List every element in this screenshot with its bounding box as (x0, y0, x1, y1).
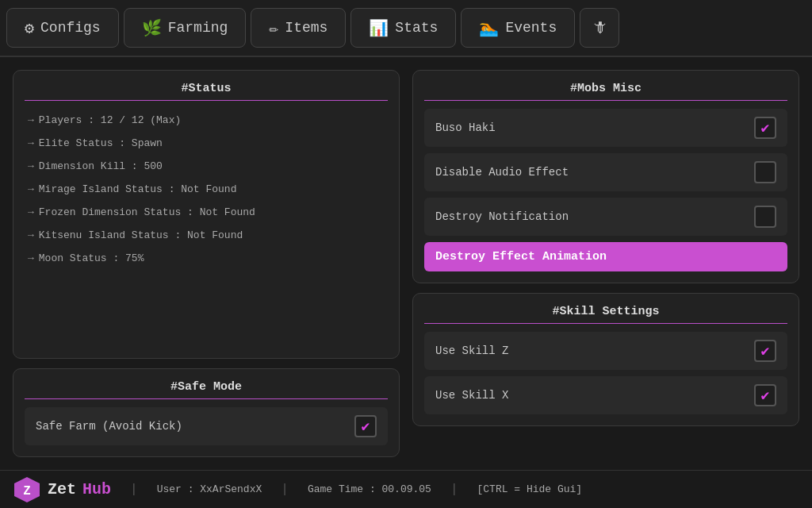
footer: Z Zet Hub | User : XxArSendxX | Game Tim… (0, 470, 812, 508)
safe-farm-label: Safe Farm (Avoid Kick) (36, 420, 182, 433)
status-arrow-3: → (28, 183, 34, 195)
skill-label-0: Use Skill Z (435, 344, 508, 357)
farming-icon: 🌿 (142, 18, 162, 38)
footer-sep2: | (281, 483, 289, 497)
mobs-misc-panel: #Mobs Misc Buso Haki✔Disable Audio Effec… (412, 70, 799, 283)
status-item-0: →Players : 12 / 12 (Max) (25, 109, 388, 132)
status-arrow-2: → (28, 160, 34, 172)
tab-farming[interactable]: 🌿 Farming (124, 8, 247, 48)
events-icon: 🏊 (479, 18, 499, 38)
mobs-misc-checkbox-1[interactable] (754, 161, 776, 183)
mobs-misc-label-3: Destroy Effect Animation (435, 250, 607, 264)
status-text-2: Dimension Kill : 500 (39, 160, 163, 172)
tab-configs-label: Configs (40, 20, 101, 36)
mobs-misc-row-1[interactable]: Disable Audio Effect (424, 153, 787, 191)
status-panel: #Status →Players : 12 / 12 (Max)→Elite S… (13, 70, 400, 359)
left-panel-container: #Status →Players : 12 / 12 (Max)→Elite S… (13, 70, 400, 457)
safe-farm-checkbox[interactable]: ✔ (354, 415, 377, 437)
status-item-5: →Kitsenu Island Status : Not Found (25, 224, 388, 247)
stats-icon: 📊 (369, 18, 389, 38)
gear-icon: ⚙ (25, 18, 34, 38)
mobs-misc-label-1: Disable Audio Effect (435, 166, 569, 179)
skill-row-0[interactable]: Use Skill Z✔ (424, 332, 787, 370)
skill-settings-list: Use Skill Z✔Use Skill X✔ (424, 332, 787, 414)
status-text-1: Elite Status : Spawn (39, 137, 163, 149)
mobs-misc-label-0: Buso Haki (435, 121, 496, 134)
mobs-misc-title: #Mobs Misc (424, 82, 787, 101)
mobs-misc-checkbox-2[interactable] (754, 206, 776, 228)
status-arrow-6: → (28, 252, 34, 264)
sword-icon: 🗡 (592, 18, 607, 37)
status-item-1: →Elite Status : Spawn (25, 132, 388, 155)
tab-farming-label: Farming (168, 20, 228, 36)
skill-checkbox-0[interactable]: ✔ (754, 340, 776, 362)
status-text-3: Mirage Island Status : Not Found (39, 183, 237, 195)
mobs-misc-checkbox-0[interactable]: ✔ (754, 117, 776, 139)
items-icon: ✏ (269, 18, 278, 38)
footer-brand-zet: Zet (48, 480, 76, 498)
footer-user: User : XxArSendxX (157, 483, 262, 495)
status-panel-title: #Status (25, 82, 388, 101)
footer-sep3: | (450, 483, 458, 497)
right-panel: #Mobs Misc Buso Haki✔Disable Audio Effec… (412, 70, 799, 457)
main-content: #Status →Players : 12 / 12 (Max)→Elite S… (0, 57, 812, 470)
navbar: ⚙ Configs 🌿 Farming ✏ Items 📊 Stats 🏊 Ev… (0, 0, 812, 57)
footer-game-time: Game Time : 00.09.05 (308, 483, 431, 495)
status-text-5: Kitsenu Island Status : Not Found (39, 229, 243, 241)
status-item-6: →Moon Status : 75% (25, 247, 388, 270)
tab-items[interactable]: ✏ Items (251, 8, 346, 48)
safe-farm-row[interactable]: Safe Farm (Avoid Kick) ✔ (25, 407, 388, 445)
tab-events-label: Events (505, 20, 557, 36)
mobs-misc-row-3[interactable]: Destroy Effect Animation (424, 242, 787, 271)
footer-brand-hub: Hub (82, 480, 111, 498)
skill-label-1: Use Skill X (435, 389, 508, 402)
svg-text:Z: Z (23, 484, 31, 498)
logo-icon: Z (13, 475, 41, 504)
tab-more[interactable]: 🗡 (580, 8, 619, 48)
status-item-4: →Frozen Dimension Status : Not Found (25, 201, 388, 224)
skill-checkbox-1[interactable]: ✔ (754, 384, 776, 406)
mobs-misc-row-0[interactable]: Buso Haki✔ (424, 109, 787, 147)
status-text-6: Moon Status : 75% (39, 252, 144, 264)
tab-configs[interactable]: ⚙ Configs (6, 8, 119, 48)
footer-hide-gui: [CTRL = Hide Gui] (477, 483, 583, 495)
status-text-0: Players : 12 / 12 (Max) (39, 114, 181, 126)
mobs-misc-row-2[interactable]: Destroy Notification (424, 198, 787, 236)
status-item-3: →Mirage Island Status : Not Found (25, 178, 388, 201)
logo-icon-container: Z (13, 475, 41, 504)
status-arrow-5: → (28, 229, 34, 241)
mobs-misc-list: Buso Haki✔Disable Audio EffectDestroy No… (424, 109, 787, 271)
status-text-4: Frozen Dimension Status : Not Found (39, 206, 255, 218)
footer-sep1: | (130, 483, 138, 497)
tab-stats-label: Stats (395, 20, 438, 36)
tab-items-label: Items (285, 20, 327, 36)
safe-mode-title: #Safe Mode (25, 380, 388, 399)
tab-events[interactable]: 🏊 Events (461, 8, 575, 48)
safe-mode-panel: #Safe Mode Safe Farm (Avoid Kick) ✔ (13, 368, 400, 457)
skill-settings-panel: #Skill Settings Use Skill Z✔Use Skill X✔ (412, 293, 799, 426)
footer-logo: Z Zet Hub (13, 475, 111, 504)
skill-row-1[interactable]: Use Skill X✔ (424, 376, 787, 414)
skill-settings-title: #Skill Settings (424, 305, 787, 324)
mobs-misc-label-2: Destroy Notification (435, 210, 569, 223)
status-arrow-4: → (28, 206, 34, 218)
status-arrow-1: → (28, 137, 34, 149)
status-arrow-0: → (28, 114, 34, 126)
tab-stats[interactable]: 📊 Stats (350, 8, 456, 48)
status-list: →Players : 12 / 12 (Max)→Elite Status : … (25, 109, 388, 270)
status-item-2: →Dimension Kill : 500 (25, 155, 388, 178)
